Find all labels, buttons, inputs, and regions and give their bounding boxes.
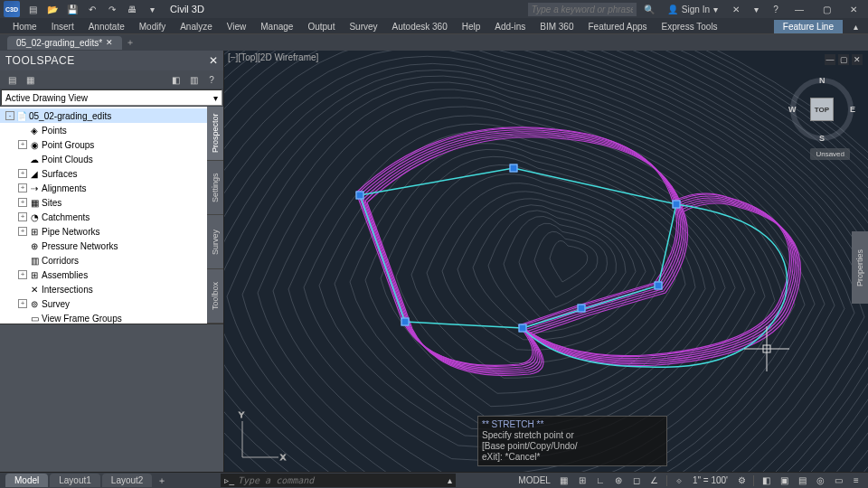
app-logo[interactable]: C3D [4, 1, 20, 17]
layout-tab-2[interactable]: Layout2 [102, 474, 153, 487]
tab-express-tools[interactable]: Express Tools [655, 20, 725, 33]
search-input[interactable] [528, 3, 637, 16]
tree-expander-icon[interactable]: + [18, 299, 27, 308]
viewcube[interactable]: TOP N S E W [790, 78, 854, 141]
tree-node[interactable]: ⊕Pressure Networks [0, 239, 207, 253]
ortho-icon[interactable]: ∟ [594, 474, 607, 487]
tab-view[interactable]: View [220, 20, 254, 33]
drawing-viewport[interactable]: [−][Top][2D Wireframe] — ▢ ✕ [224, 51, 868, 472]
status-model[interactable]: MODEL [516, 474, 552, 487]
tree-expander-icon[interactable]: + [18, 140, 27, 149]
tree-expander-icon[interactable]: + [18, 270, 27, 279]
help-icon[interactable]: ? [769, 2, 783, 16]
file-tab-close-icon[interactable]: ✕ [106, 38, 113, 47]
layout-add-icon[interactable]: ＋ [157, 474, 166, 487]
tree-node[interactable]: +⊞Assemblies [0, 267, 207, 282]
side-tab-toolbox[interactable]: Toolbox [207, 269, 223, 324]
tree-node[interactable]: ▥Corridors [0, 253, 207, 267]
tab-annotate[interactable]: Annotate [81, 20, 132, 33]
side-tab-settings[interactable]: Settings [207, 161, 223, 215]
grid-icon[interactable]: ▦ [558, 474, 571, 487]
tree-node[interactable]: +⇢Alignments [0, 181, 207, 195]
status-extra-1[interactable]: ◧ [760, 474, 772, 487]
grip[interactable] [673, 201, 681, 209]
gear-icon[interactable]: ⚙ [735, 474, 748, 487]
viewcube-e[interactable]: E [850, 105, 855, 114]
tab-autodesk360[interactable]: Autodesk 360 [385, 20, 455, 33]
qat-undo-icon[interactable]: ↶ [85, 2, 99, 16]
ts-tool-4[interactable]: ▥ [187, 73, 200, 86]
qat-redo-icon[interactable]: ↷ [105, 2, 119, 16]
file-tab-new-icon[interactable]: ＋ [126, 36, 135, 49]
viewcube-n[interactable]: N [819, 76, 826, 85]
tree-node[interactable]: -📄05_02-grading_edits [0, 108, 207, 123]
tab-help[interactable]: Help [455, 20, 488, 33]
snap-icon[interactable]: ⊞ [576, 474, 589, 487]
grip[interactable] [510, 164, 518, 173]
tree-expander-icon[interactable]: + [18, 169, 27, 178]
tab-featured-apps[interactable]: Featured Apps [580, 20, 654, 33]
scale-label[interactable]: 1" = 100' [691, 474, 730, 487]
tree-node[interactable]: ☁Point Clouds [0, 152, 207, 166]
tree-expander-icon[interactable]: + [18, 198, 27, 207]
tree-node[interactable]: +◢Surfaces [0, 166, 207, 181]
tree-expander-icon[interactable]: + [18, 227, 27, 236]
tab-bim360[interactable]: BIM 360 [533, 20, 580, 33]
ribbon-collapse-icon[interactable]: ▴ [848, 19, 863, 33]
viewcube-menu[interactable]: Unsaved [810, 148, 850, 160]
file-tab-active[interactable]: 05_02-grading_edits* ✕ [7, 36, 122, 50]
cleanscreen-icon[interactable]: ▭ [832, 474, 844, 487]
ts-tool-2[interactable]: ▦ [24, 73, 36, 86]
viewcube-w[interactable]: W [788, 105, 797, 114]
viewcube-s[interactable]: S [819, 134, 825, 143]
command-menu-icon[interactable]: ▴ [448, 475, 452, 485]
tree-node[interactable]: +◔Catchments [0, 210, 207, 224]
tab-insert[interactable]: Insert [44, 20, 81, 33]
custom-icon[interactable]: ≡ [850, 474, 863, 487]
tab-modify[interactable]: Modify [132, 20, 173, 33]
ts-tool-5[interactable]: ? [205, 73, 218, 86]
maximize-button[interactable]: ▢ [816, 2, 837, 16]
tree-node[interactable]: +◉Point Groups [0, 137, 207, 152]
tree-node[interactable]: ▭View Frame Groups [0, 311, 207, 324]
tab-manage[interactable]: Manage [253, 20, 300, 33]
osnap-icon[interactable]: ◻ [630, 474, 643, 487]
viewcube-top[interactable]: TOP [810, 98, 834, 121]
side-tab-survey[interactable]: Survey [207, 215, 223, 269]
tree-node[interactable]: +⊚Survey [0, 296, 207, 311]
side-tab-prospector[interactable]: Prospector [207, 107, 223, 161]
ts-tool-3[interactable]: ◧ [169, 73, 182, 86]
ts-tool-1[interactable]: ▤ [5, 73, 18, 86]
qat-print-icon[interactable]: 🖶 [125, 2, 139, 16]
toolspace-view-dropdown[interactable]: Active Drawing View ▾ [1, 89, 222, 106]
infocenter-icon[interactable]: 🔍 [642, 2, 656, 16]
minimize-button[interactable]: — [788, 2, 810, 16]
qat-dropdown-icon[interactable]: ▾ [145, 2, 159, 16]
otrack-icon[interactable]: ∠ [648, 474, 661, 487]
tree-expander-icon[interactable]: + [18, 183, 27, 192]
grip[interactable] [356, 192, 364, 200]
layout-tab-1[interactable]: Layout1 [50, 474, 100, 487]
polar-icon[interactable]: ⊛ [612, 474, 625, 487]
tab-home[interactable]: Home [5, 20, 44, 33]
help-dropdown-icon[interactable]: ▾ [749, 2, 763, 16]
tree-node[interactable]: ✕Intersections [0, 282, 207, 296]
grip[interactable] [401, 318, 410, 326]
status-extra-3[interactable]: ▤ [796, 474, 808, 487]
tree-node[interactable]: ◈Points [0, 123, 207, 137]
close-button[interactable]: ✕ [843, 2, 864, 16]
qat-new-icon[interactable]: ▤ [25, 2, 40, 16]
tab-analyze[interactable]: Analyze [173, 20, 220, 33]
tree-node[interactable]: +▦Sites [0, 195, 207, 210]
tree-node[interactable]: +⊞Pipe Networks [0, 224, 207, 239]
exchange-icon[interactable]: ✕ [729, 2, 743, 16]
layout-tab-model[interactable]: Model [5, 474, 48, 487]
status-extra-2[interactable]: ▣ [778, 474, 790, 487]
grip[interactable] [519, 324, 527, 333]
properties-palette-tab[interactable]: Properties [852, 231, 868, 304]
command-input[interactable] [238, 475, 444, 485]
command-icon[interactable]: ▹_ [224, 475, 234, 485]
grip[interactable] [655, 282, 663, 290]
tab-survey[interactable]: Survey [342, 20, 384, 33]
tab-addins[interactable]: Add-ins [487, 20, 533, 33]
